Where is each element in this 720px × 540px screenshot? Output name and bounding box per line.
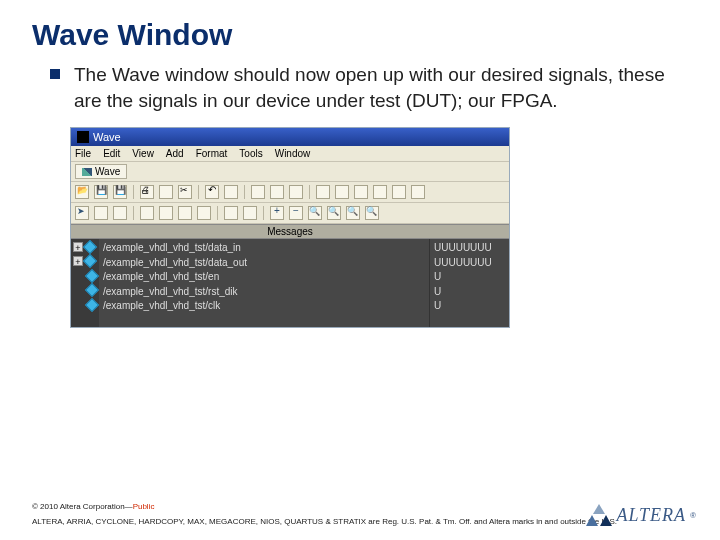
menu-add[interactable]: Add — [166, 148, 184, 159]
bullet-icon — [50, 69, 60, 79]
tool-icon[interactable] — [270, 185, 284, 199]
signal-name[interactable]: /example_vhdl_vhd_tst/en — [103, 270, 425, 285]
wave-window-screenshot: Wave File Edit View Add Format Tools Win… — [70, 127, 510, 328]
menu-tools[interactable]: Tools — [239, 148, 262, 159]
registered-mark-icon: ® — [690, 511, 696, 520]
toolbar-row-1 — [71, 182, 509, 203]
zoom-in-icon[interactable] — [270, 206, 284, 220]
save-all-icon[interactable] — [113, 185, 127, 199]
redo-icon[interactable] — [224, 185, 238, 199]
separator-icon — [198, 185, 199, 199]
window-title: Wave — [93, 131, 121, 143]
page-title: Wave Window — [32, 18, 720, 52]
tool-icon[interactable] — [289, 185, 303, 199]
tool-icon[interactable] — [392, 185, 406, 199]
signal-row-ctrl — [71, 283, 99, 298]
signal-row-ctrl: + — [71, 239, 99, 254]
signal-name[interactable]: /example_vhdl_vhd_tst/data_out — [103, 256, 425, 271]
signals-panel: + + /example_vhdl_vhd_tst/data_in /examp… — [71, 239, 509, 327]
signal-value: UUUUUUUU — [434, 241, 505, 256]
signal-name[interactable]: /example_vhdl_vhd_tst/clk — [103, 299, 425, 314]
separator-icon — [263, 206, 264, 220]
classification-label: Public — [133, 502, 155, 511]
zoom-out-icon[interactable] — [289, 206, 303, 220]
signal-name[interactable]: /example_vhdl_vhd_tst/data_in — [103, 241, 425, 256]
signal-name[interactable]: /example_vhdl_vhd_tst/rst_dik — [103, 285, 425, 300]
tool-icon[interactable] — [94, 206, 108, 220]
zoom-cursor-icon[interactable] — [346, 206, 360, 220]
zoom-full-icon[interactable] — [308, 206, 322, 220]
tool-icon[interactable] — [373, 185, 387, 199]
tool-icon[interactable] — [354, 185, 368, 199]
copy-icon[interactable] — [159, 185, 173, 199]
tool-icon[interactable] — [243, 206, 257, 220]
signal-type-icon — [83, 239, 97, 253]
body-text: The Wave window should now open up with … — [74, 62, 670, 113]
logo-text: ALTERA — [616, 505, 686, 526]
tool-icon[interactable] — [335, 185, 349, 199]
signal-row-ctrl: + — [71, 254, 99, 269]
expand-icon[interactable]: + — [73, 256, 83, 266]
signal-value: UUUUUUUU — [434, 256, 505, 271]
tool-icon[interactable] — [197, 206, 211, 220]
undo-icon[interactable] — [205, 185, 219, 199]
cut-icon[interactable] — [178, 185, 192, 199]
menu-edit[interactable]: Edit — [103, 148, 120, 159]
cursor-icon[interactable] — [75, 206, 89, 220]
signal-expand-column: + + — [71, 239, 99, 327]
logo-mark-icon — [586, 504, 612, 526]
copyright-text: © 2010 Altera Corporation— — [32, 502, 133, 511]
tab-label: Wave — [95, 166, 120, 177]
tool-icon[interactable] — [251, 185, 265, 199]
separator-icon — [133, 206, 134, 220]
tool-icon[interactable] — [178, 206, 192, 220]
toolbar-row-2 — [71, 203, 509, 224]
signal-name-column: /example_vhdl_vhd_tst/data_in /example_v… — [99, 239, 429, 327]
separator-icon — [133, 185, 134, 199]
window-titlebar: Wave — [71, 128, 509, 146]
altera-logo: ALTERA ® — [586, 504, 696, 526]
zoom-range-icon[interactable] — [365, 206, 379, 220]
signal-type-icon — [85, 297, 99, 311]
menu-bar: File Edit View Add Format Tools Window — [71, 146, 509, 162]
separator-icon — [217, 206, 218, 220]
menu-format[interactable]: Format — [196, 148, 228, 159]
signal-type-icon — [83, 254, 97, 268]
tool-icon[interactable] — [159, 206, 173, 220]
print-icon[interactable] — [140, 185, 154, 199]
body-paragraph: The Wave window should now open up with … — [50, 62, 670, 113]
signal-type-icon — [85, 268, 99, 282]
tab-bar: Wave — [71, 162, 509, 182]
save-icon[interactable] — [94, 185, 108, 199]
tool-icon[interactable] — [224, 206, 238, 220]
signal-type-icon — [85, 283, 99, 297]
signal-row-ctrl — [71, 268, 99, 283]
signal-value: U — [434, 299, 505, 314]
tool-icon[interactable] — [316, 185, 330, 199]
tool-icon[interactable] — [113, 206, 127, 220]
signal-row-ctrl — [71, 297, 99, 312]
messages-header: Messages — [71, 224, 509, 239]
tab-wave[interactable]: Wave — [75, 164, 127, 179]
menu-view[interactable]: View — [132, 148, 154, 159]
separator-icon — [244, 185, 245, 199]
signal-value: U — [434, 285, 505, 300]
zoom-fit-icon[interactable] — [327, 206, 341, 220]
signal-value-column: UUUUUUUU UUUUUUUU U U U — [429, 239, 509, 327]
signal-value: U — [434, 270, 505, 285]
menu-window[interactable]: Window — [275, 148, 311, 159]
menu-file[interactable]: File — [75, 148, 91, 159]
open-icon[interactable] — [75, 185, 89, 199]
tool-icon[interactable] — [140, 206, 154, 220]
separator-icon — [309, 185, 310, 199]
tool-icon[interactable] — [411, 185, 425, 199]
